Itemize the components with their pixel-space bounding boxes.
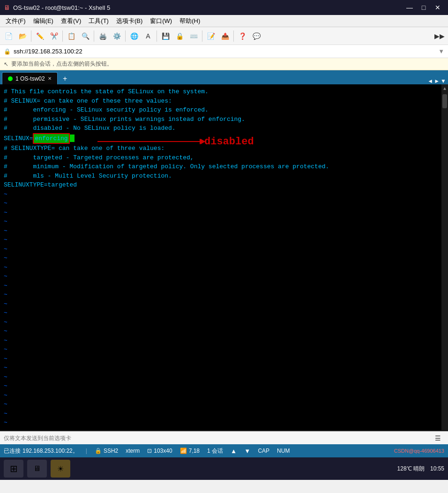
send-btn[interactable]: 📤	[218, 30, 231, 43]
disk-btn[interactable]: 💾	[159, 30, 172, 43]
menu-view[interactable]: 查看(V)	[57, 16, 85, 26]
paste-btn[interactable]: 📋	[65, 30, 78, 43]
lock-btn[interactable]: 🔒	[173, 30, 186, 43]
terminal-content: # This file controls the state of SELinu…	[4, 87, 444, 427]
globe-btn[interactable]: 🌐	[127, 30, 141, 43]
tilde-17: ~	[4, 336, 444, 345]
tilde-2: ~	[4, 199, 444, 208]
size-item: ⊡ 103x40	[147, 448, 172, 454]
scroll-up-arrow[interactable]: ▲	[442, 84, 447, 93]
edit-btn[interactable]: ✏️	[33, 30, 46, 43]
arrow-icon: ↖	[4, 61, 8, 67]
props-btn[interactable]: ⚙️	[110, 30, 123, 43]
title-controls: — □ ✕	[403, 2, 444, 13]
line-selinuxtype-comment: # SELINUXTYPE= can take one of three val…	[4, 144, 444, 153]
term-item: xterm	[126, 448, 140, 454]
tilde-25: ~	[4, 409, 444, 418]
compose-btn[interactable]: 📝	[204, 30, 217, 43]
tilde-21: ~	[4, 373, 444, 382]
info-bar: ↖ 要添加当前会话，点击左侧的箭头按钮。	[0, 58, 448, 70]
protocol-text: SSH2	[104, 448, 118, 454]
tab-nav: ◄ ► ▼	[427, 78, 446, 84]
down-button[interactable]: ▼	[244, 448, 250, 455]
more-btn[interactable]: ▶▶	[433, 30, 446, 43]
sessions-text: 1 会话	[207, 447, 223, 455]
menu-file[interactable]: 文件(F)	[2, 16, 30, 26]
cut-btn[interactable]: ✂️	[47, 30, 60, 43]
address-input[interactable]	[14, 48, 435, 55]
taskbar-app-icon[interactable]: ⊞	[4, 460, 23, 478]
cap-indicator: CAP	[258, 448, 269, 454]
address-dropdown-icon[interactable]: ▼	[438, 48, 444, 55]
line-selinuxtype-value: SELINUXTYPE=targeted	[4, 180, 444, 190]
line-2: # SELINUX= can take one of these three v…	[4, 97, 444, 106]
pos-item: 📶 7,18	[180, 448, 200, 454]
lock-icon: 🔒	[4, 48, 11, 55]
tab-prev-button[interactable]: ◄	[427, 78, 433, 84]
new-button[interactable]: 📄	[2, 30, 15, 43]
tab-bar: 1 OS-tsw02 ✕ + ◄ ► ▼	[0, 70, 448, 84]
taskbar-xshell[interactable]: 🖥	[27, 460, 47, 478]
line-1: # This file controls the state of SELinu…	[4, 87, 444, 97]
tilde-1: ~	[4, 190, 444, 199]
send-menu-button[interactable]: ☰	[431, 432, 444, 445]
title-bar: 🖥 OS-tsw02 - root@tsw01:~ - Xshell 5 — □…	[0, 0, 448, 15]
tab-add-button[interactable]: +	[60, 73, 71, 84]
connection-status: 已连接 192.168.253.100:22。	[4, 447, 78, 455]
clock-time: 10:55	[430, 465, 444, 473]
up-button[interactable]: ▲	[231, 448, 237, 455]
connected-label: 已连接	[4, 447, 21, 455]
tab-os-tsw02[interactable]: 1 OS-tsw02 ✕	[2, 72, 58, 84]
menu-window[interactable]: 窗口(W)	[146, 16, 176, 26]
line-mls: # mls - Multi Level Security protection.	[4, 172, 444, 181]
menu-help[interactable]: 帮助(H)	[176, 16, 204, 26]
keyboard-btn[interactable]: ⌨️	[187, 30, 200, 43]
open-button[interactable]: 📂	[16, 30, 29, 43]
minimize-button[interactable]: —	[403, 2, 416, 13]
bottom-status-bar: 已连接 192.168.253.100:22。 | 🔒 SSH2 xterm ⊡…	[0, 444, 448, 457]
tab-close-button[interactable]: ✕	[48, 76, 52, 81]
tilde-8: ~	[4, 254, 444, 263]
menu-tools[interactable]: 工具(T)	[85, 16, 112, 26]
resize-icon: ⊡	[147, 448, 152, 454]
line-4: # permissive - SELinux prints warnings i…	[4, 115, 444, 124]
close-button[interactable]: ✕	[431, 2, 444, 13]
print-btn[interactable]: 🖨️	[96, 30, 109, 43]
weather-text: 128℃ 晴朗	[397, 465, 425, 473]
tilde-20: ~	[4, 363, 444, 373]
chat-btn[interactable]: 💬	[250, 30, 263, 43]
scroll-thumb[interactable]	[442, 94, 447, 108]
taskbar-app-yellow[interactable]: ☀	[51, 460, 70, 478]
tilde-23: ~	[4, 391, 444, 400]
app-icon: 🖥	[4, 4, 10, 11]
tilde-12: ~	[4, 290, 444, 299]
host-text: 192.168.253.100:22。	[22, 447, 78, 455]
menu-bar: 文件(F) 编辑(E) 查看(V) 工具(T) 选项卡(B) 窗口(W) 帮助(…	[0, 15, 448, 27]
info-text: 要添加当前会话，点击左侧的箭头按钮。	[11, 60, 112, 68]
windows-taskbar: ⊞ 🖥 ☀ 128℃ 晴朗 10:55	[0, 457, 448, 480]
selinux-value: enforcing	[33, 133, 69, 144]
terminal-wrapper: # This file controls the state of SELinu…	[0, 84, 448, 431]
pos-text: 7,18	[189, 448, 200, 454]
tilde-13: ~	[4, 299, 444, 309]
term-text: xterm	[126, 448, 140, 454]
csdn-text: CSDN@qq-46906413	[394, 448, 444, 454]
line-targeted: # targeted - Targeted processes are prot…	[4, 153, 444, 163]
toolbar: 📄 📂 ✏️ ✂️ 📋 🔍 🖨️ ⚙️ 🌐 A 💾 🔒 ⌨️ 📝 📤 ❓ 💬 ▶…	[0, 27, 448, 45]
title-text: OS-tsw02 - root@tsw01:~ - Xshell 5	[13, 4, 110, 11]
line-5: # disabled - No SELinux policy is loaded…	[4, 124, 444, 133]
scrollbar[interactable]: ▲	[441, 84, 448, 430]
menu-edit[interactable]: 编辑(E)	[30, 16, 57, 26]
help-btn[interactable]: ❓	[236, 30, 249, 43]
maximize-button[interactable]: □	[417, 2, 430, 13]
font-btn[interactable]: A	[142, 30, 155, 43]
tab-menu-button[interactable]: ▼	[441, 78, 446, 84]
tilde-3: ~	[4, 208, 444, 217]
menu-tabs[interactable]: 选项卡(B)	[112, 16, 146, 26]
find-btn[interactable]: 🔍	[79, 30, 92, 43]
send-text-input[interactable]	[4, 435, 427, 441]
terminal[interactable]: # This file controls the state of SELinu…	[0, 84, 448, 430]
tab-next-button[interactable]: ►	[434, 78, 440, 84]
line-selinux: SELINUX=enforcing disabled	[4, 133, 444, 144]
num-indicator: NUM	[277, 448, 290, 454]
